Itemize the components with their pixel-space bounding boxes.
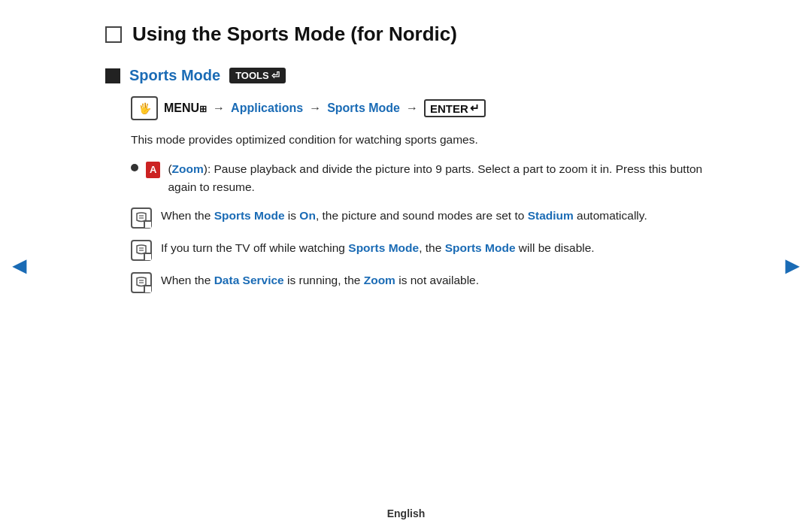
note-1-stadium: Stadium	[528, 209, 574, 222]
note-3-zoom: Zoom	[364, 274, 395, 286]
note-2-sports-mode-2: Sports Mode	[445, 241, 516, 254]
note-1-text: When the Sports Mode is On, the picture …	[161, 207, 647, 225]
a-zoom-icon: A	[146, 162, 160, 178]
menu-item-applications: Applications	[231, 101, 303, 115]
bullet-zoom-text: (Zoom): Pause playback and divide the pi…	[168, 160, 707, 196]
note-2-sports-mode-1: Sports Mode	[348, 241, 419, 254]
bullet-list: A (Zoom): Pause playback and divide the …	[131, 160, 707, 196]
page-title: Using the Sports Mode (for Nordic)	[132, 23, 457, 46]
note-list: When the Sports Mode is On, the picture …	[131, 207, 707, 293]
nav-arrow-left[interactable]: ◄	[8, 251, 32, 279]
enter-label: ENTER	[430, 102, 468, 115]
note-item-1: When the Sports Mode is On, the picture …	[131, 207, 707, 229]
tools-badge-label: TOOLS	[235, 70, 269, 81]
note-1-on: On	[299, 209, 316, 222]
note-icon-2	[131, 240, 152, 261]
footer-language: English	[387, 507, 426, 519]
section-header: Sports Mode TOOLS ⏎	[105, 67, 707, 84]
note-item-3: When the Data Service is running, the Zo…	[131, 271, 707, 293]
menu-arrow-2: →	[309, 101, 321, 115]
nav-arrow-right[interactable]: ►	[780, 251, 804, 279]
note-2-text: If you turn the TV off while watching Sp…	[161, 239, 595, 257]
note-3-data-service: Data Service	[214, 274, 284, 286]
menu-path: 🖐 MENU⊞ → Applications → Sports Mode → E…	[131, 96, 707, 120]
tools-badge: TOOLS ⏎	[229, 68, 286, 83]
enter-badge: ENTER↵	[424, 99, 486, 117]
note-item-2: If you turn the TV off while watching Sp…	[131, 239, 707, 261]
page-title-row: Using the Sports Mode (for Nordic)	[105, 23, 707, 46]
menu-icon: 🖐	[131, 96, 158, 120]
enter-icon: ↵	[470, 101, 480, 115]
menu-label: MENU⊞	[164, 101, 207, 115]
menu-arrow-3: →	[406, 101, 418, 115]
bullet-item-zoom: A (Zoom): Pause playback and divide the …	[131, 160, 707, 196]
title-checkbox-icon	[105, 26, 122, 43]
zoom-label: Zoom	[172, 162, 204, 175]
description-text: This mode provides optimized condition f…	[131, 131, 707, 148]
section-square-icon	[105, 68, 120, 83]
note-3-text: When the Data Service is running, the Zo…	[161, 271, 479, 289]
zoom-description: : Pause playback and divide the picture …	[168, 162, 702, 193]
menu-arrow-1: →	[213, 101, 225, 115]
tools-badge-icon: ⏎	[271, 70, 280, 81]
note-icon-1	[131, 207, 152, 229]
bullet-dot-icon	[131, 164, 138, 171]
menu-item-sports-mode: Sports Mode	[327, 101, 400, 115]
note-1-sports-mode: Sports Mode	[214, 209, 285, 222]
section-title: Sports Mode	[129, 67, 220, 84]
note-icon-3	[131, 272, 152, 293]
